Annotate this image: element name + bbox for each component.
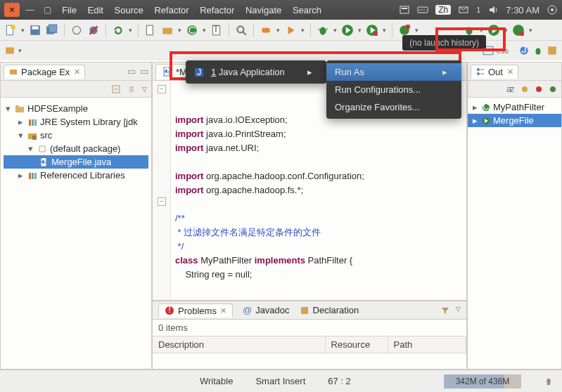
svg-rect-52 (29, 119, 31, 126)
svg-text:J: J (41, 157, 46, 166)
column-path[interactable]: Path (388, 337, 466, 353)
keyboard-icon[interactable] (417, 4, 428, 15)
run-last-button[interactable] (284, 24, 297, 37)
indicator-icon[interactable] (399, 4, 410, 15)
minimize-window-button[interactable]: — (23, 3, 37, 18)
mail-icon[interactable] (458, 4, 469, 15)
project-tree[interactable]: ▾ HDFSExample ▸ JRE System Library [jdk … (1, 98, 151, 186)
menu-item-run-configurations[interactable]: Run Configurations... (326, 81, 461, 98)
fold-icon[interactable]: − (158, 85, 166, 93)
tab-javadoc[interactable]: @ Javadoc (243, 305, 290, 315)
tree-file-mergefile[interactable]: J MergeFile.java (4, 155, 148, 169)
tree-referenced-libraries[interactable]: ▸ Referenced Libraries (4, 169, 148, 182)
editor-gutter[interactable]: − − (153, 81, 171, 300)
tree-jre[interactable]: ▸ JRE System Library [jdk (4, 115, 148, 129)
search-button[interactable] (235, 24, 248, 37)
maximize-window-button[interactable]: ▢ (40, 3, 55, 18)
menu-refactor[interactable]: Refactor (150, 5, 193, 15)
minimize-view-icon[interactable]: ▭ (127, 66, 136, 77)
view-menu-icon[interactable]: ▽ (456, 306, 461, 315)
tab-problems[interactable]: ! Problems ✕ (158, 303, 233, 318)
debug-button[interactable] (317, 24, 329, 37)
heap-status[interactable]: 342M of 436M (444, 374, 521, 388)
menu-edit[interactable]: Edit (84, 5, 108, 15)
maximize-view-icon[interactable]: ▭ (140, 66, 148, 77)
debug-dropdown[interactable] (463, 24, 475, 37)
view-menu-icon[interactable]: ▽ (142, 86, 147, 93)
menu-item-run-as[interactable]: Run As ▸ (326, 63, 461, 81)
ime-badge[interactable]: Zh (435, 5, 451, 15)
link-editor-icon[interactable] (127, 84, 136, 94)
save-all-button[interactable] (46, 24, 58, 37)
tab-declaration[interactable]: Declaration (300, 305, 359, 315)
status-bar: Writable Smart Insert 67 : 2 342M of 436… (0, 370, 562, 392)
resource-perspective-button[interactable] (547, 45, 558, 56)
svg-rect-50 (15, 107, 24, 112)
svg-rect-39 (6, 47, 13, 53)
menu-item-organize-favorites[interactable]: Organize Favorites... (326, 98, 461, 116)
hide-nonpublic-icon[interactable] (549, 85, 557, 93)
close-icon[interactable]: ✕ (220, 306, 226, 315)
heap-gc-icon[interactable] (544, 377, 554, 386)
tree-default-package[interactable]: ▾ (default package) (4, 142, 148, 155)
fold-icon[interactable]: − (158, 197, 166, 206)
run-dropdown[interactable] (487, 24, 500, 37)
run-button[interactable] (341, 24, 354, 37)
menu-refactor-2[interactable]: Refactor (196, 5, 238, 15)
outline-tab[interactable]: Out ✕ (471, 65, 518, 79)
new-project-button[interactable] (4, 45, 15, 56)
svg-point-71 (477, 72, 480, 75)
close-window-button[interactable]: × (4, 3, 20, 17)
menu-search[interactable]: Search (288, 5, 326, 15)
tree-label: MergeFile.java (51, 157, 111, 167)
launch-tooltip: (no launch history) (402, 35, 486, 51)
menu-item-java-application[interactable]: J 1 Java Application ▸ (186, 63, 326, 81)
menu-source[interactable]: Source (110, 5, 148, 15)
skip-breakpoints-button[interactable] (87, 24, 100, 37)
problems-table[interactable]: Description Resource Path (153, 336, 466, 353)
svg-point-78 (550, 86, 556, 92)
clock-text[interactable]: 7:30 AM (506, 5, 539, 15)
session-icon[interactable] (547, 4, 558, 15)
toggle-mark-icon[interactable] (70, 24, 83, 37)
new-package-button[interactable] (161, 24, 174, 37)
hide-static-icon[interactable] (535, 85, 543, 93)
bottom-tab-bar: ! Problems ✕ @ Javadoc Declaration ▽ (153, 301, 466, 320)
menu-file[interactable]: File (58, 5, 81, 15)
ext-tools-button[interactable] (398, 24, 411, 37)
run-dropdown-2[interactable] (512, 24, 525, 37)
collapse-all-icon[interactable] (111, 84, 121, 94)
hide-fields-icon[interactable] (521, 85, 529, 93)
tree-src[interactable]: ▾ src (4, 129, 148, 142)
outline-item-mypathfilter[interactable]: ▸ C MyPathFilter (468, 100, 561, 114)
svg-text:C: C (483, 103, 489, 112)
close-icon[interactable]: ✕ (74, 67, 80, 77)
column-description[interactable]: Description (153, 337, 325, 353)
svg-rect-63 (34, 173, 37, 179)
text-button[interactable]: T (210, 24, 223, 37)
save-button[interactable] (29, 24, 41, 37)
filters-icon[interactable] (440, 306, 450, 315)
tab-label: Javadoc (255, 305, 289, 315)
close-icon[interactable]: ✕ (507, 67, 513, 77)
tree-label: Referenced Libraries (40, 170, 125, 181)
new-button[interactable] (4, 24, 17, 37)
debug-perspective-button[interactable] (532, 45, 544, 56)
system-tray: Zh 1 7:30 AM (399, 4, 558, 15)
coverage-button[interactable] (366, 24, 378, 37)
refresh-button[interactable] (112, 24, 124, 37)
menu-navigate[interactable]: Navigate (241, 5, 286, 15)
java-perspective-button[interactable]: J (518, 45, 530, 56)
outline-item-mergefile[interactable]: ▸ MergeFile (468, 114, 561, 127)
new-class-button[interactable] (144, 24, 157, 37)
package-explorer-tab[interactable]: Package Ex ✕ (4, 65, 85, 79)
open-type-button[interactable]: C (186, 24, 198, 37)
svg-point-76 (522, 86, 528, 92)
tree-project[interactable]: ▾ HDFSExample (4, 102, 148, 115)
column-resource[interactable]: Resource (325, 337, 388, 353)
svg-rect-47 (10, 70, 17, 74)
sort-icon[interactable]: az (506, 85, 515, 93)
volume-icon[interactable] (487, 4, 499, 15)
debug-last-button[interactable] (260, 24, 272, 37)
svg-rect-38 (520, 32, 524, 36)
